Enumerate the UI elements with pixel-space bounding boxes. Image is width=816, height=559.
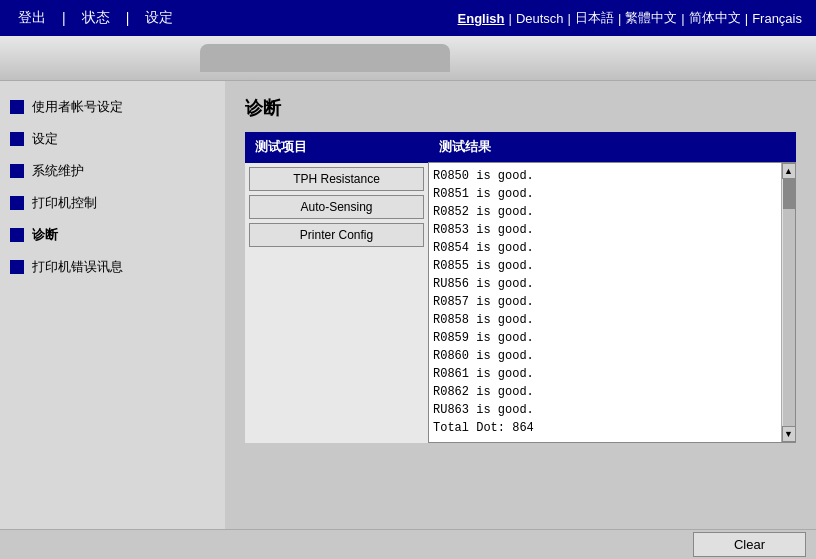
top-nav: 登出 | 状态 | 设定 English | Deutsch | 日本語 | 繁… xyxy=(0,0,816,36)
results-text: R0850 is good. R0851 is good. R0852 is g… xyxy=(433,167,777,438)
tph-resistance-button[interactable]: TPH Resistance xyxy=(249,167,424,191)
sidebar-label-user-account: 使用者帐号设定 xyxy=(32,98,123,116)
lang-english[interactable]: English xyxy=(454,11,509,26)
scroll-thumb[interactable] xyxy=(783,179,795,209)
scroll-track xyxy=(783,179,795,426)
sidebar-bullet xyxy=(10,260,24,274)
scroll-down-arrow[interactable]: ▼ xyxy=(782,426,796,442)
diagnostics-table: 测试项目 测试结果 TPH Resistance Auto-Sensing Pr… xyxy=(245,132,796,443)
lang-french[interactable]: Français xyxy=(748,11,806,26)
test-items-cell: TPH Resistance Auto-Sensing Printer Conf… xyxy=(245,163,429,443)
scrollbar[interactable]: ▲ ▼ xyxy=(781,163,795,442)
sidebar-bullet xyxy=(10,100,24,114)
nav-settings[interactable]: 设定 xyxy=(137,9,181,27)
sidebar-item-settings[interactable]: 设定 xyxy=(0,123,225,155)
sidebar-item-diagnostics[interactable]: 诊断 xyxy=(0,219,225,251)
lang-simp-chinese[interactable]: 简体中文 xyxy=(685,9,745,27)
sidebar-item-printer-control[interactable]: 打印机控制 xyxy=(0,187,225,219)
language-selector: English | Deutsch | 日本語 | 繁體中文 | 简体中文 | … xyxy=(454,9,806,27)
lang-trad-chinese[interactable]: 繁體中文 xyxy=(621,9,681,27)
nav-status[interactable]: 状态 xyxy=(74,9,118,27)
nav-left: 登出 | 状态 | 设定 xyxy=(10,9,181,27)
printer-config-button[interactable]: Printer Config xyxy=(249,223,424,247)
clear-button[interactable]: Clear xyxy=(693,532,806,557)
sidebar-label-printer-errors: 打印机错误讯息 xyxy=(32,258,123,276)
page-title: 诊断 xyxy=(245,96,796,120)
banner-decoration xyxy=(200,44,450,72)
results-cell: R0850 is good. R0851 is good. R0852 is g… xyxy=(429,163,796,443)
nav-logout[interactable]: 登出 xyxy=(10,9,54,27)
sidebar-label-diagnostics: 诊断 xyxy=(32,226,58,244)
bottom-bar: Clear xyxy=(0,529,816,559)
sidebar-item-system-maintenance[interactable]: 系统维护 xyxy=(0,155,225,187)
sidebar-item-printer-errors[interactable]: 打印机错误讯息 xyxy=(0,251,225,283)
content-area: 诊断 测试项目 测试结果 TPH Resistance Auto-Sensing… xyxy=(225,81,816,529)
banner xyxy=(0,36,816,81)
lang-deutsch[interactable]: Deutsch xyxy=(512,11,568,26)
sidebar-bullet xyxy=(10,196,24,210)
nav-sep-1: | xyxy=(62,10,66,26)
col-test-results: 测试结果 xyxy=(429,132,796,163)
sidebar-label-printer-control: 打印机控制 xyxy=(32,194,97,212)
sidebar-label-settings: 设定 xyxy=(32,130,58,148)
nav-sep-2: | xyxy=(126,10,130,26)
sidebar-bullet xyxy=(10,132,24,146)
sidebar-label-system-maintenance: 系统维护 xyxy=(32,162,84,180)
col-test-items: 测试项目 xyxy=(245,132,429,163)
sidebar-item-user-account[interactable]: 使用者帐号设定 xyxy=(0,91,225,123)
sidebar: 使用者帐号设定 设定 系统维护 打印机控制 诊断 打印机错误讯息 xyxy=(0,81,225,529)
sidebar-bullet xyxy=(10,228,24,242)
table-row: TPH Resistance Auto-Sensing Printer Conf… xyxy=(245,163,796,443)
lang-japanese[interactable]: 日本語 xyxy=(571,9,618,27)
sidebar-bullet xyxy=(10,164,24,178)
main-layout: 使用者帐号设定 设定 系统维护 打印机控制 诊断 打印机错误讯息 诊断 xyxy=(0,81,816,529)
auto-sensing-button[interactable]: Auto-Sensing xyxy=(249,195,424,219)
scroll-up-arrow[interactable]: ▲ xyxy=(782,163,796,179)
